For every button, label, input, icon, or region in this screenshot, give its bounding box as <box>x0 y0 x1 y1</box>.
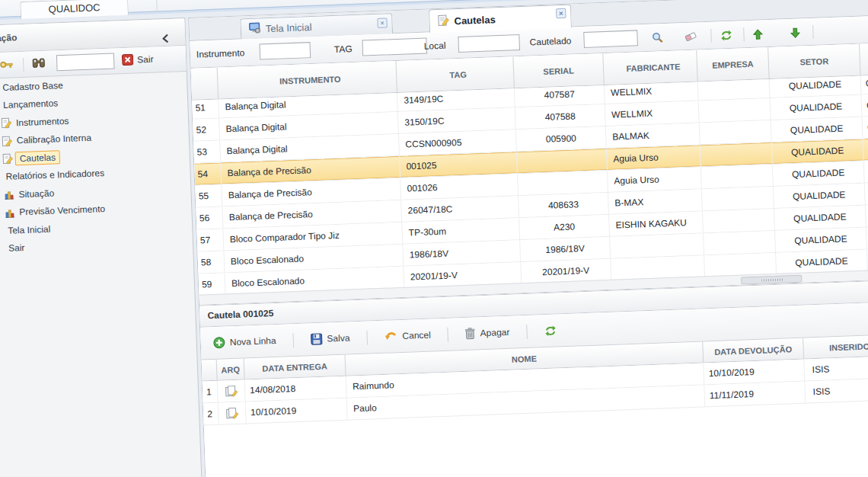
filter-input-cautelado[interactable] <box>583 30 638 48</box>
filter-input-local[interactable] <box>458 34 520 53</box>
key-icon[interactable] <box>0 58 14 72</box>
header-arq[interactable]: ARQ <box>217 359 245 380</box>
binoculars-search-icon[interactable] <box>30 57 46 72</box>
filter-label-local: Local <box>424 40 446 52</box>
grid-body: 51Balança Digital3149/19C407587WELLMIXQU… <box>192 75 868 294</box>
refresh-icon[interactable] <box>716 26 736 45</box>
arrow-down-icon[interactable] <box>786 23 805 42</box>
sidebar-menu: Cadastro Base Lançamentos Instrumentos C… <box>0 72 193 259</box>
header-serial[interactable]: SERIAL <box>513 53 604 88</box>
sidebar-search-input[interactable] <box>56 53 115 72</box>
search-icon[interactable] <box>648 28 667 47</box>
header-data-devolucao[interactable]: DATA DEVOLUÇÃO <box>703 338 804 363</box>
eraser-clear-icon[interactable] <box>681 27 700 46</box>
filter-label-cautelado: Cautelado <box>529 36 571 48</box>
attachment-edit-icon[interactable] <box>218 380 246 402</box>
app-window: QUALIDOC Navegação <box>0 0 868 477</box>
filter-input-instrumento[interactable] <box>260 42 311 59</box>
toolbar-separator <box>812 25 814 39</box>
apagar-button[interactable]: Apagar <box>457 323 517 342</box>
logout-label: Sair <box>137 53 154 65</box>
logout-x-icon <box>122 54 134 66</box>
filter-input-tag[interactable] <box>362 38 427 56</box>
arrow-up-icon[interactable] <box>748 24 767 43</box>
undo-arrow-icon <box>384 331 398 343</box>
toolbar-separator <box>23 58 24 72</box>
edit-document-icon <box>437 14 450 29</box>
filter-label-tag: TAG <box>334 43 353 55</box>
toolbar-separator <box>292 333 294 347</box>
monitor-icon <box>248 21 261 36</box>
sidebar-title: Navegação <box>0 32 18 44</box>
logout-button[interactable]: Sair <box>119 52 157 68</box>
header-inserido[interactable]: INSERIDO <box>803 335 868 358</box>
edit-document-icon <box>2 135 14 147</box>
toolbar-separator <box>526 324 528 338</box>
cancel-button[interactable]: Cancel <box>376 327 439 345</box>
instruments-grid: INSTRUMENTO TAG SERIAL FABRICANTE EMPRES… <box>191 43 868 305</box>
toolbar-separator <box>366 330 368 344</box>
header-setor[interactable]: SETOR <box>768 44 860 78</box>
app-body: Navegação Sair Cadas <box>0 0 868 477</box>
header-extra <box>860 43 868 75</box>
tab-label: Tela Inicial <box>265 21 311 34</box>
sidebar-item-selected-label: Cautelas <box>14 150 60 165</box>
bar-chart-icon <box>3 189 15 201</box>
refresh-detail-icon[interactable] <box>536 322 565 339</box>
cautela-detail-panel: Cautela 001025 Nova Linha Salva Cancel <box>199 280 868 477</box>
toolbar-separator <box>447 327 448 341</box>
header-tag[interactable]: TAG <box>396 56 514 92</box>
bar-chart-icon <box>4 206 16 219</box>
browser-tab-separator <box>156 0 158 10</box>
edit-document-icon <box>1 117 13 130</box>
trash-icon <box>464 327 476 340</box>
tab-label: Cautelas <box>454 14 496 27</box>
plus-circle-icon <box>213 336 226 349</box>
toolbar-separator <box>710 29 712 43</box>
nova-linha-button[interactable]: Nova Linha <box>205 332 283 352</box>
header-instrumento[interactable]: INSTRUMENTO <box>218 61 397 99</box>
edit-document-icon <box>2 153 14 165</box>
header-data-entrega[interactable]: DATA ENTREGA <box>244 355 346 379</box>
content-panel: Tela Inicial × Cautelas × Instrumento TA… <box>188 0 868 477</box>
header-rownum <box>191 68 219 100</box>
header-empresa[interactable]: EMPRESA <box>697 47 769 81</box>
header-fabricante[interactable]: FABRICANTE <box>603 50 697 85</box>
close-tab-icon[interactable]: × <box>556 8 566 18</box>
close-tab-icon[interactable]: × <box>377 18 387 27</box>
toolbar-separator <box>743 27 745 41</box>
attachment-edit-icon[interactable] <box>219 402 247 424</box>
filter-label-instrumento: Instrumento <box>196 47 245 59</box>
salva-button[interactable]: Salva <box>302 329 358 348</box>
sidebar: Navegação Sair Cadas <box>0 18 204 477</box>
header-rownum <box>202 360 218 381</box>
save-floppy-icon <box>310 333 323 346</box>
screenshot-viewport: QUALIDOC Navegação <box>0 0 868 477</box>
